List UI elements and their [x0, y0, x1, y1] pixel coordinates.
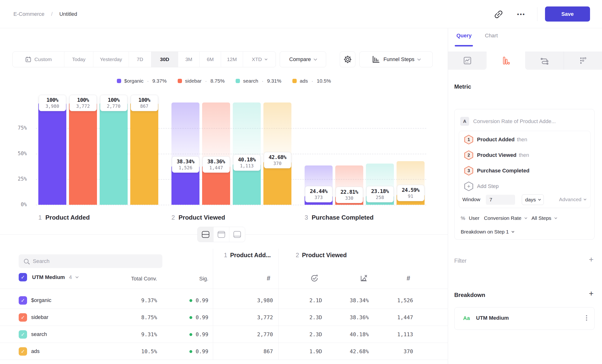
- bar-pct: 100%: [39, 97, 66, 103]
- chart-settings-button[interactable]: [340, 52, 355, 67]
- top-bar: E-Commerce / Untitled ••• Save: [0, 0, 602, 28]
- group-column-header[interactable]: ✓ UTM Medium 4: [19, 273, 78, 281]
- metric-section-heading: Metric: [454, 83, 471, 90]
- funnel-step-row[interactable]: 1 Product Added then: [459, 133, 590, 146]
- step-event-name[interactable]: Product Viewed: [477, 152, 516, 158]
- bar-pct: 38.34%: [172, 159, 199, 164]
- range-custom[interactable]: Custom: [13, 52, 64, 67]
- metric-title[interactable]: Conversion Rate of Product Adde...: [473, 118, 556, 125]
- view-toggle-group: [197, 227, 245, 242]
- ellipsis-icon: •••: [517, 11, 525, 18]
- bar-count: 330: [336, 195, 363, 201]
- compare-button[interactable]: Compare: [280, 52, 326, 67]
- table-row-search[interactable]: ✓search9.31%0.992,7702.3D40.18%1,113: [0, 326, 448, 343]
- legend-item-search[interactable]: search·9.31%: [236, 78, 281, 84]
- range-30d[interactable]: 30D: [151, 52, 178, 67]
- avg-time-to-convert: 2.3D: [309, 332, 322, 337]
- kebab-menu-icon[interactable]: [585, 315, 588, 321]
- sig-dot-icon: [189, 299, 192, 302]
- select-all-checkbox[interactable]: ✓: [19, 273, 27, 281]
- window-value-input[interactable]: [486, 195, 515, 205]
- step-number: 2: [296, 252, 299, 258]
- steps-scope-select[interactable]: All Steps: [531, 215, 551, 221]
- legend-item-sidebar[interactable]: sidebar·8.75%: [178, 78, 225, 84]
- table-row-sidebar[interactable]: ✓sidebar8.75%0.993,7722.3D38.36%1,447: [0, 309, 448, 326]
- bottom-view-button[interactable]: [229, 227, 245, 242]
- total-conv-header[interactable]: Total Conv.: [131, 276, 157, 282]
- funnel-bar-search[interactable]: [100, 103, 128, 205]
- date-range-bar: CustomTodayYesterday7D30D3M6M12MXTD: [12, 52, 276, 67]
- funnel-bar-sidebar[interactable]: [69, 103, 97, 205]
- breakdown-table: 1Product Add... 2Product Viewed # # ✓ UT…: [0, 235, 448, 364]
- bar-value-label: 24.44%373: [305, 186, 332, 202]
- measure-metric-select[interactable]: Conversion Rate: [484, 215, 521, 221]
- line-chart-tab[interactable]: [448, 52, 487, 70]
- bar-pct: 100%: [70, 97, 97, 103]
- step-number: 1: [224, 252, 227, 258]
- chart-type-button[interactable]: Funnel Steps: [359, 52, 433, 67]
- count-column-icon[interactable]: #: [407, 275, 410, 282]
- top-view-button[interactable]: [213, 227, 229, 242]
- range-yesterday[interactable]: Yesterday: [93, 52, 129, 67]
- window-unit-select[interactable]: days: [522, 194, 544, 205]
- gridline-0%: [36, 205, 426, 205]
- table-row-ads[interactable]: ✓ads10.5%0.998671.9D42.68%370: [0, 343, 448, 360]
- row-label: ads: [31, 348, 40, 354]
- legend-item-organic[interactable]: $organic·9.37%: [117, 78, 167, 84]
- search-input[interactable]: [33, 258, 148, 264]
- row-checkbox[interactable]: ✓: [19, 313, 27, 321]
- journeys-tab[interactable]: [525, 52, 564, 70]
- metric-badge: A: [460, 117, 469, 126]
- time-to-convert-column-icon[interactable]: [310, 274, 319, 282]
- counting-user-select[interactable]: User: [469, 215, 479, 221]
- breadcrumb-title[interactable]: Untitled: [59, 11, 77, 17]
- row-checkbox[interactable]: ✓: [19, 330, 27, 339]
- more-menu-button[interactable]: •••: [513, 8, 530, 21]
- funnel-step-row[interactable]: 2 Product Viewed then: [459, 149, 590, 161]
- legend-item-ads[interactable]: ads·10.5%: [292, 78, 331, 84]
- more-charts-tab[interactable]: [564, 52, 602, 70]
- breadcrumb-project[interactable]: E-Commerce: [13, 11, 44, 17]
- funnel-bar-organic[interactable]: [38, 103, 66, 205]
- breakdown-on-label: Breakdown on Step 1: [461, 229, 509, 235]
- funnel-bar-ads[interactable]: [130, 103, 158, 205]
- sig-header[interactable]: Sig.: [199, 276, 208, 282]
- conversion-column-icon[interactable]: [360, 274, 368, 282]
- table-row-organic[interactable]: ✓$organic9.37%0.993,9802.1D38.34%1,526: [0, 292, 448, 309]
- funnel-chart-tab[interactable]: [487, 52, 525, 70]
- step-event-name[interactable]: Purchase Completed: [477, 168, 529, 174]
- count-column-icon[interactable]: #: [267, 275, 270, 282]
- split-view-button[interactable]: [198, 227, 213, 242]
- range-xtd[interactable]: XTD: [243, 52, 276, 67]
- line-chart-icon: [463, 56, 472, 65]
- range-today[interactable]: Today: [64, 52, 93, 67]
- add-breakdown-button[interactable]: +: [587, 289, 595, 297]
- range-label: Yesterday: [100, 56, 122, 62]
- table-step1-header[interactable]: 1Product Add...: [224, 252, 271, 259]
- breakdown-property-card[interactable]: Aa UTM Medium: [454, 307, 595, 330]
- table-step2-header[interactable]: 2Product Viewed: [296, 252, 347, 259]
- add-step-icon: +: [464, 182, 473, 191]
- breakdown-on-select[interactable]: Breakdown on Step 1: [461, 229, 514, 235]
- step-event-name[interactable]: Product Added: [477, 137, 515, 143]
- range-7d[interactable]: 7D: [129, 52, 151, 67]
- funnel-dropoff-bar: [172, 103, 199, 165]
- top-view-icon: [218, 231, 225, 238]
- sig-dot-icon: [189, 316, 192, 319]
- tab-chart[interactable]: Chart: [485, 32, 498, 39]
- range-12m[interactable]: 12M: [221, 52, 243, 67]
- tab-query[interactable]: Query: [456, 32, 472, 39]
- save-button[interactable]: Save: [545, 6, 590, 21]
- copy-link-button[interactable]: [492, 8, 505, 21]
- add-step-row[interactable]: + Add Step: [459, 180, 590, 193]
- range-3m[interactable]: 3M: [178, 52, 199, 67]
- funnel-steps-card: 1 Product Added then 2 Product Viewed th…: [459, 131, 591, 208]
- active-tab-underline: [455, 45, 473, 46]
- row-checkbox[interactable]: ✓: [19, 296, 27, 305]
- row-label: search: [31, 331, 47, 337]
- add-filter-button[interactable]: +: [587, 255, 595, 263]
- row-checkbox[interactable]: ✓: [19, 347, 27, 356]
- advanced-toggle[interactable]: Advanced: [559, 197, 586, 202]
- funnel-step-row[interactable]: 3 Purchase Completed: [459, 164, 590, 177]
- range-6m[interactable]: 6M: [199, 52, 221, 67]
